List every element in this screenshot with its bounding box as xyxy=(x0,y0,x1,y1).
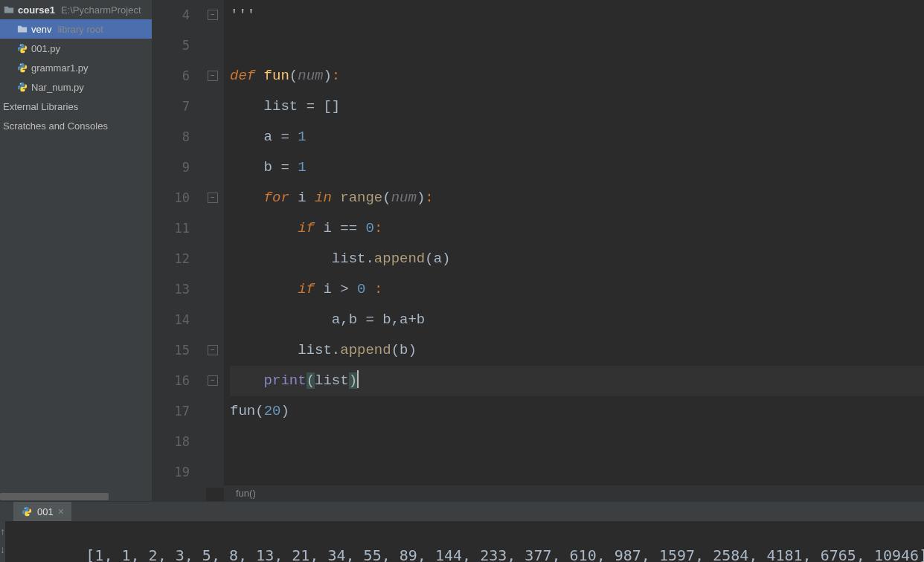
code-line[interactable]: a = 1 xyxy=(230,122,924,152)
line-number: 7 xyxy=(153,91,190,122)
close-icon[interactable]: × xyxy=(58,506,64,517)
code-line[interactable] xyxy=(230,427,924,457)
code-line[interactable]: ''' xyxy=(230,0,924,30)
breadcrumb[interactable]: fun() xyxy=(224,485,924,501)
fold-toggle-icon[interactable]: − xyxy=(208,193,218,203)
code-line[interactable]: for i in range(num): xyxy=(230,183,924,213)
venv-folder[interactable]: venv library root xyxy=(0,19,152,39)
line-number: 12 xyxy=(153,244,190,274)
code-line[interactable]: def fun(num): xyxy=(230,61,924,91)
code-line[interactable] xyxy=(230,457,924,488)
file-name: Nar_num.py xyxy=(31,82,84,93)
line-number: 5 xyxy=(153,30,190,61)
svg-point-4 xyxy=(20,83,21,84)
line-number: 6 xyxy=(153,61,190,91)
run-panel: 001 × ↑ ↓ [1, 1, 2, 3, 5, 8, 13, 21, 34,… xyxy=(0,501,924,562)
line-number: 16 xyxy=(153,366,190,396)
code-line[interactable]: list.append(a) xyxy=(230,244,924,274)
python-icon xyxy=(21,506,33,517)
line-number: 15 xyxy=(153,335,190,366)
run-tab-label: 001 xyxy=(37,506,54,517)
breadcrumb-text: fun() xyxy=(236,488,256,499)
line-number: 13 xyxy=(153,274,190,305)
line-number: 10 xyxy=(153,183,190,213)
arrow-down-icon[interactable]: ↓ xyxy=(0,543,5,555)
project-file[interactable]: 001.py xyxy=(0,39,152,58)
project-tree[interactable]: course1 E:\PycharmProject venv library r… xyxy=(0,0,152,492)
run-tab-001[interactable]: 001 × xyxy=(13,502,71,521)
line-number: 11 xyxy=(153,213,190,244)
fold-column[interactable]: −−−−− xyxy=(206,0,224,488)
code-line[interactable]: b = 1 xyxy=(230,152,924,183)
python-icon xyxy=(16,62,28,73)
python-icon xyxy=(16,43,28,54)
line-number: 17 xyxy=(153,396,190,427)
line-number: 19 xyxy=(153,457,190,488)
scrollbar-thumb[interactable] xyxy=(0,493,109,500)
file-name: 001.py xyxy=(31,43,60,54)
fold-toggle-icon[interactable]: − xyxy=(208,71,218,81)
line-number: 14 xyxy=(153,305,190,335)
python-icon xyxy=(16,82,28,92)
code-line[interactable]: list = [] xyxy=(230,91,924,122)
line-number: 18 xyxy=(153,427,190,457)
scratches-label: Scratches and Consoles xyxy=(3,120,108,132)
line-number: 9 xyxy=(153,152,190,183)
sidebar-scrollbar[interactable] xyxy=(0,492,152,501)
fold-toggle-icon[interactable]: − xyxy=(208,345,218,355)
svg-point-0 xyxy=(20,45,21,45)
console-output[interactable]: [1, 1, 2, 3, 5, 8, 13, 21, 34, 55, 89, 1… xyxy=(5,521,924,562)
scratches-consoles[interactable]: Scratches and Consoles xyxy=(0,116,152,135)
svg-point-5 xyxy=(23,90,24,91)
svg-point-2 xyxy=(20,64,21,65)
line-number: 8 xyxy=(153,122,190,152)
fold-toggle-icon[interactable]: − xyxy=(208,10,218,20)
code-line[interactable]: a,b = b,a+b xyxy=(230,305,924,335)
code-line[interactable]: if i == 0: xyxy=(230,213,924,244)
venv-label: venv xyxy=(31,24,51,35)
code-area[interactable]: '''def fun(num): list = [] a = 1 b = 1 f… xyxy=(224,0,924,501)
arrow-up-icon[interactable]: ↑ xyxy=(0,526,5,537)
console-toolbar: ↑ ↓ xyxy=(0,521,5,562)
run-tabs: 001 × xyxy=(0,502,924,521)
external-libraries[interactable]: External Libraries xyxy=(0,97,152,116)
project-file[interactable]: Nar_num.py xyxy=(0,77,152,97)
code-editor[interactable]: 45678910111213141516171819 −−−−− '''def … xyxy=(153,0,924,501)
project-sidebar: course1 E:\PycharmProject venv library r… xyxy=(0,0,153,501)
output-text: [1, 1, 2, 3, 5, 8, 13, 21, 34, 55, 89, 1… xyxy=(86,546,924,562)
svg-point-1 xyxy=(23,51,24,52)
line-number: 4 xyxy=(153,0,190,30)
line-gutter: 45678910111213141516171819 xyxy=(153,0,206,501)
code-line[interactable]: fun(20) xyxy=(230,396,924,427)
project-file[interactable]: grammar1.py xyxy=(0,58,152,77)
folder-icon xyxy=(16,24,28,34)
file-name: grammar1.py xyxy=(31,62,89,74)
project-path: E:\PycharmProject xyxy=(61,4,141,16)
svg-point-7 xyxy=(28,514,28,515)
code-line[interactable]: print(list) xyxy=(230,366,924,396)
folder-icon xyxy=(3,4,15,15)
fold-toggle-icon[interactable]: − xyxy=(208,375,218,386)
code-line[interactable]: if i > 0 : xyxy=(230,274,924,305)
project-name: course1 xyxy=(18,4,55,16)
code-line[interactable]: list.append(b) xyxy=(230,335,924,366)
project-root[interactable]: course1 E:\PycharmProject xyxy=(0,0,152,19)
external-label: External Libraries xyxy=(3,101,78,112)
svg-point-6 xyxy=(25,508,25,508)
code-line[interactable] xyxy=(230,30,924,61)
svg-point-3 xyxy=(23,71,24,71)
venv-suffix: library root xyxy=(57,24,103,35)
